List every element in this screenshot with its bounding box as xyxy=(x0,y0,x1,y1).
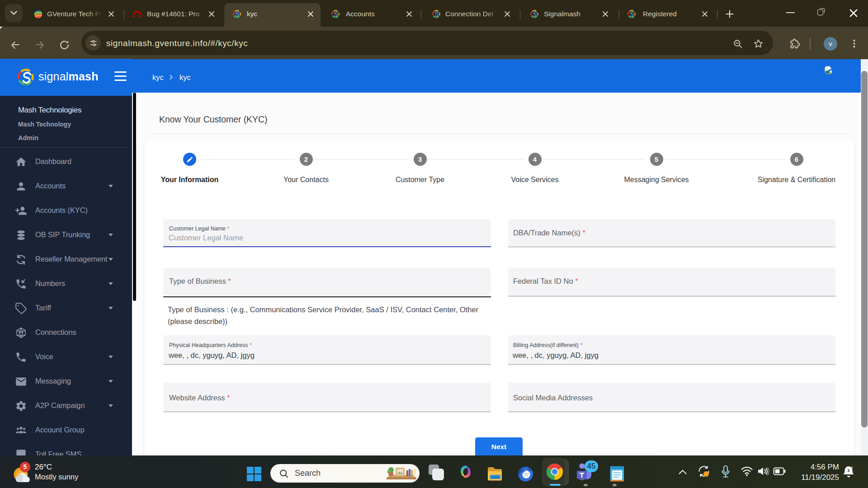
svg-text:z: z xyxy=(851,465,853,469)
svg-text:z: z xyxy=(848,468,850,473)
